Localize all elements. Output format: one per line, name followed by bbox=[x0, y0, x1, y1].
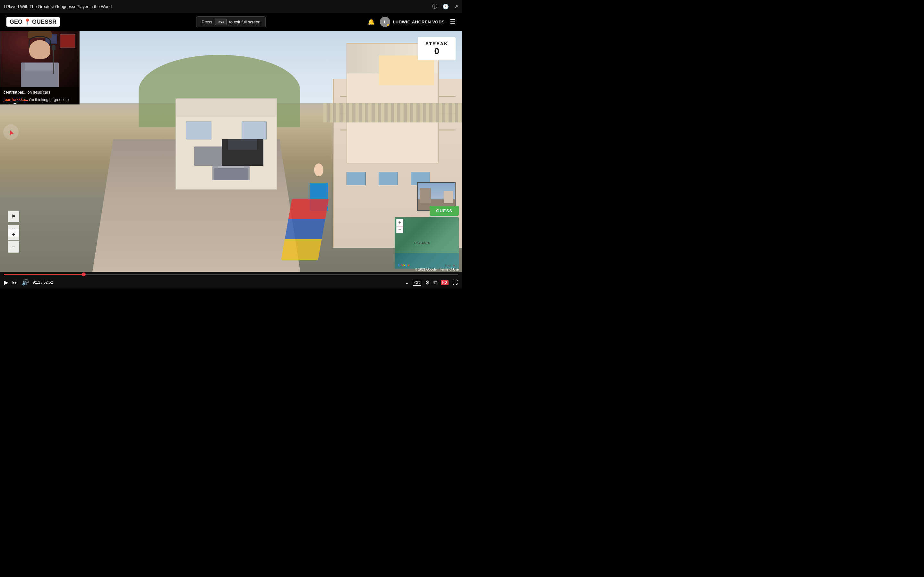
fullscreen-control-button[interactable]: ⛶ bbox=[452, 279, 458, 286]
mini-map[interactable]: + − OCEANIA Google Map data bbox=[395, 218, 459, 269]
progress-fill bbox=[4, 274, 84, 275]
menu-icon[interactable]: ☰ bbox=[450, 18, 456, 26]
miniplayer-button[interactable]: ⧉ bbox=[433, 279, 437, 285]
compass[interactable]: ▲ bbox=[3, 124, 19, 140]
zoom-minus-icon: − bbox=[11, 243, 15, 251]
map-zoom-in[interactable]: + bbox=[396, 219, 403, 226]
webcam-overlay: centristbar... oh jesus cars juanfrakkka… bbox=[0, 31, 79, 105]
current-time: 9:12 bbox=[33, 280, 40, 285]
zoom-controls: + − bbox=[8, 229, 19, 253]
esc-key[interactable]: esc bbox=[215, 19, 227, 25]
chat-line-2: juanfrakkka... i'm thinking of greece or… bbox=[3, 97, 77, 105]
info-icon[interactable]: ⓘ bbox=[432, 3, 437, 10]
user-name: LUDWIG AHGREN VODS bbox=[393, 19, 445, 24]
avatar-badge: ★ bbox=[387, 24, 390, 27]
video-title: I Played With The Greatest Geoguessr Pla… bbox=[4, 4, 432, 9]
next-icon: ⏭ bbox=[12, 279, 18, 286]
compass-arrow: ▲ bbox=[6, 127, 15, 137]
progress-dot bbox=[82, 272, 86, 276]
chat-username-2: juanfrakkka... bbox=[3, 97, 28, 102]
guess-area: GUESS bbox=[430, 206, 459, 216]
awning bbox=[323, 103, 462, 122]
oceania-label: OCEANIA bbox=[414, 241, 430, 245]
nav-right: 🔔 L ★ LUDWIG AHGREN VODS ☰ bbox=[368, 17, 456, 27]
time-separator: / bbox=[40, 280, 43, 285]
captions-button[interactable]: CC bbox=[413, 280, 421, 285]
headphones bbox=[29, 36, 51, 48]
controls-row: ▶ ⏭ 🔊 9:12 / 52:52 ⌄ CC ⚙ ⧉ HD ⛶ bbox=[4, 276, 458, 288]
captions-icon: CC bbox=[413, 280, 421, 285]
user-area[interactable]: L ★ LUDWIG AHGREN VODS bbox=[380, 17, 445, 27]
settings-button[interactable]: ⚙ bbox=[425, 279, 430, 285]
terms-link[interactable]: Terms of Use bbox=[440, 268, 459, 271]
mic-head bbox=[52, 45, 55, 50]
total-time: 52:52 bbox=[43, 280, 53, 285]
logo-geo: GEO bbox=[10, 19, 23, 25]
map-zoom-out[interactable]: − bbox=[396, 226, 403, 234]
logo-guessr: GUESSR bbox=[32, 19, 57, 25]
mute-button[interactable]: 🔊 bbox=[22, 279, 29, 286]
nav-bar: GEO📍GUESSR Press esc to exit full screen… bbox=[0, 13, 462, 31]
car-3 bbox=[222, 139, 263, 166]
streak-value: 0 bbox=[425, 46, 448, 56]
user-avatar: L ★ bbox=[380, 17, 390, 27]
logo-pin: 📍 bbox=[24, 18, 31, 25]
flag-button[interactable]: ⚑ bbox=[8, 211, 19, 222]
geoguessr-logo[interactable]: GEO📍GUESSR bbox=[6, 17, 60, 27]
clock-icon[interactable]: 🕐 bbox=[443, 3, 449, 10]
guess-button[interactable]: GUESS bbox=[430, 206, 459, 216]
next-button[interactable]: ⏭ bbox=[12, 279, 18, 286]
fullscreen-notice: Press esc to exit full screen bbox=[196, 16, 266, 27]
title-icons: ⓘ 🕐 ↗ bbox=[432, 3, 458, 10]
youtube-hd-badge: HD bbox=[441, 280, 449, 285]
streamer-figure bbox=[16, 34, 63, 87]
share-icon[interactable]: ↗ bbox=[454, 3, 458, 10]
streak-badge: STREAK 0 bbox=[418, 37, 456, 60]
progress-bar[interactable] bbox=[4, 274, 458, 275]
chat-line-1: centristbar... oh jesus cars bbox=[3, 90, 77, 95]
main-content: centristbar... oh jesus cars juanfrakkka… bbox=[0, 31, 462, 272]
chat-text-1: oh jesus cars bbox=[26, 90, 50, 95]
chat-overlay: centristbar... oh jesus cars juanfrakkka… bbox=[0, 87, 79, 105]
map-zoom-controls: + − bbox=[396, 219, 403, 234]
flag-icon: ⚑ bbox=[11, 213, 16, 219]
play-icon: ▶ bbox=[4, 279, 8, 286]
mic-stand bbox=[53, 47, 54, 74]
play-button[interactable]: ▶ bbox=[4, 279, 8, 286]
bell-icon[interactable]: 🔔 bbox=[368, 18, 375, 25]
exit-label: to exit full screen bbox=[229, 19, 260, 24]
google-logo: Google bbox=[398, 263, 410, 267]
title-bar: I Played With The Greatest Geoguessr Pla… bbox=[0, 0, 462, 13]
zoom-out-button[interactable]: − bbox=[8, 241, 19, 253]
zoom-plus-icon: + bbox=[11, 231, 15, 239]
volume-icon: 🔊 bbox=[22, 279, 29, 286]
mini-map-area: + − OCEANIA Google Map data bbox=[395, 218, 459, 269]
time-display: 9:12 / 52:52 bbox=[33, 280, 53, 285]
press-label: Press bbox=[202, 19, 212, 24]
streak-label: STREAK bbox=[425, 41, 448, 46]
zoom-in-button[interactable]: + bbox=[8, 229, 19, 240]
chevron-icon[interactable]: ⌄ bbox=[405, 279, 409, 285]
chat-username-1: centristbar... bbox=[3, 90, 26, 95]
copyright-bar: © 2021 Google Terms of Use bbox=[415, 268, 459, 271]
copyright-text: © 2021 Google bbox=[415, 268, 437, 271]
controls-bar: ▶ ⏭ 🔊 9:12 / 52:52 ⌄ CC ⚙ ⧉ HD ⛶ bbox=[0, 272, 462, 288]
webcam-visual bbox=[0, 31, 79, 87]
map-data-label: Map data bbox=[445, 264, 457, 267]
